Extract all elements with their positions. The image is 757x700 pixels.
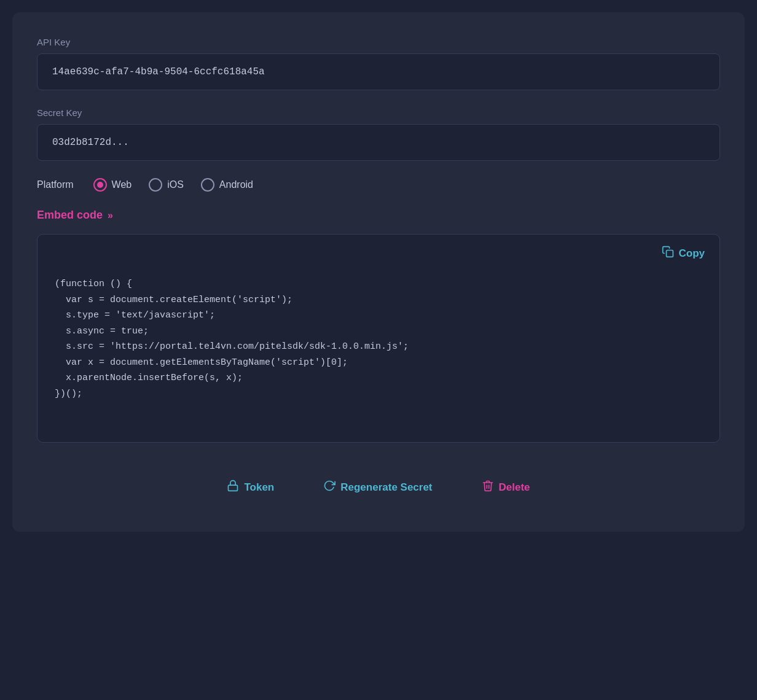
embed-code-text: Embed code xyxy=(37,209,103,222)
secret-key-label: Secret Key xyxy=(37,107,720,118)
code-content: (function () { var s = document.createEl… xyxy=(55,276,702,402)
platform-row: Platform Web iOS Android xyxy=(37,178,720,192)
radio-ios[interactable]: iOS xyxy=(149,178,184,192)
api-key-label: API Key xyxy=(37,37,720,47)
radio-label-ios: iOS xyxy=(167,179,184,190)
copy-label: Copy xyxy=(679,247,705,260)
token-label: Token xyxy=(244,481,274,494)
radio-circle-web xyxy=(93,178,107,192)
token-button[interactable]: Token xyxy=(227,480,274,495)
radio-circle-ios xyxy=(149,178,162,192)
secret-key-input[interactable] xyxy=(37,124,720,161)
copy-icon xyxy=(662,246,674,261)
radio-web[interactable]: Web xyxy=(93,178,132,192)
regenerate-icon xyxy=(323,480,335,495)
regenerate-button[interactable]: Regenerate Secret xyxy=(323,480,432,495)
radio-label-web: Web xyxy=(112,179,132,190)
copy-button[interactable]: Copy xyxy=(662,246,705,261)
radio-android[interactable]: Android xyxy=(201,178,253,192)
chevron-icon: » xyxy=(108,210,113,221)
main-container: API Key Secret Key Platform Web iOS Andr… xyxy=(12,12,745,532)
delete-label: Delete xyxy=(499,481,530,494)
embed-code-title[interactable]: Embed code » xyxy=(37,209,720,222)
api-key-input[interactable] xyxy=(37,53,720,90)
radio-label-android: Android xyxy=(219,179,253,190)
svg-rect-0 xyxy=(666,251,673,257)
svg-rect-1 xyxy=(229,485,238,491)
regenerate-label: Regenerate Secret xyxy=(340,481,432,494)
delete-icon xyxy=(482,480,494,495)
delete-button[interactable]: Delete xyxy=(482,480,530,495)
radio-circle-android xyxy=(201,178,214,192)
platform-radio-group: Web iOS Android xyxy=(93,178,253,192)
code-block: Copy (function () { var s = document.cre… xyxy=(37,234,720,443)
token-icon xyxy=(227,480,239,495)
platform-label: Platform xyxy=(37,179,74,190)
footer-actions: Token Regenerate Secret D xyxy=(37,480,720,495)
